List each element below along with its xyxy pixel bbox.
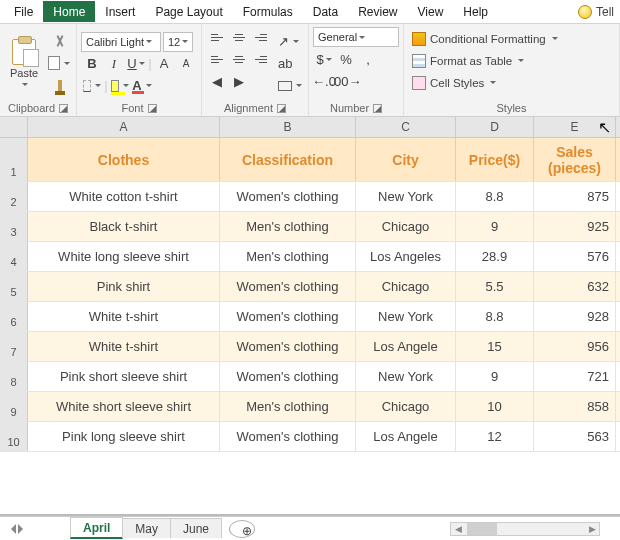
cell[interactable]: 858 bbox=[534, 392, 616, 421]
cell[interactable]: 15 bbox=[456, 332, 534, 361]
orientation-button[interactable]: ↗ bbox=[276, 32, 301, 52]
comma-button[interactable]: , bbox=[357, 49, 379, 69]
cell[interactable]: Men's clothing bbox=[220, 242, 356, 271]
paste-button[interactable]: Paste bbox=[4, 27, 44, 100]
cell[interactable]: Men's clothing bbox=[220, 392, 356, 421]
align-left-button[interactable] bbox=[206, 49, 228, 69]
cell[interactable]: New York bbox=[356, 182, 456, 211]
cell[interactable]: Chicago bbox=[356, 212, 456, 241]
sheet-tab-april[interactable]: April bbox=[70, 517, 123, 539]
col-header-d[interactable]: D bbox=[456, 117, 534, 137]
cell[interactable]: Men's clothing bbox=[220, 212, 356, 241]
shrink-font-button[interactable]: A bbox=[175, 54, 197, 74]
currency-button[interactable]: $ bbox=[313, 49, 335, 69]
row-header[interactable]: 6 bbox=[0, 302, 28, 331]
add-sheet-button[interactable]: ⊕ bbox=[229, 520, 255, 538]
cell-styles-button[interactable]: Cell Styles bbox=[412, 73, 558, 93]
cell[interactable]: 9 bbox=[456, 212, 534, 241]
cell[interactable]: Women's clothing bbox=[220, 182, 356, 211]
row-header[interactable]: 3 bbox=[0, 212, 28, 241]
header-cell[interactable]: Sales (pieces) bbox=[534, 138, 616, 181]
conditional-formatting-button[interactable]: Conditional Formatting bbox=[412, 29, 558, 49]
tell-me[interactable]: Tell bbox=[572, 5, 620, 19]
italic-button[interactable]: I bbox=[103, 54, 125, 74]
cell[interactable]: Women's clothing bbox=[220, 422, 356, 451]
tab-data[interactable]: Data bbox=[303, 1, 348, 22]
percent-button[interactable]: % bbox=[335, 49, 357, 69]
font-size-select[interactable]: 12 bbox=[163, 32, 193, 52]
sheet-tab-june[interactable]: June bbox=[170, 518, 222, 538]
cell[interactable]: 5.5 bbox=[456, 272, 534, 301]
number-format-select[interactable]: General bbox=[313, 27, 399, 47]
row-header[interactable]: 10 bbox=[0, 422, 28, 451]
font-color-button[interactable]: A bbox=[131, 76, 153, 96]
cell[interactable]: 576 bbox=[534, 242, 616, 271]
tab-view[interactable]: View bbox=[408, 1, 454, 22]
tab-file[interactable]: File bbox=[4, 1, 43, 22]
cut-button[interactable] bbox=[50, 32, 70, 52]
row-header[interactable]: 2 bbox=[0, 182, 28, 211]
decrease-indent-button[interactable]: ◀ bbox=[206, 71, 228, 91]
scroll-left-icon[interactable]: ◀ bbox=[451, 523, 465, 535]
tab-review[interactable]: Review bbox=[348, 1, 407, 22]
merge-button[interactable] bbox=[276, 76, 304, 96]
cell[interactable]: 956 bbox=[534, 332, 616, 361]
header-cell[interactable]: Clothes bbox=[28, 138, 220, 181]
cell[interactable]: Chicago bbox=[356, 392, 456, 421]
alignment-launcher-icon[interactable] bbox=[277, 104, 286, 113]
col-header-c[interactable]: C bbox=[356, 117, 456, 137]
cell[interactable]: 721 bbox=[534, 362, 616, 391]
bold-button[interactable]: B bbox=[81, 54, 103, 74]
row-header[interactable]: 5 bbox=[0, 272, 28, 301]
align-top-button[interactable] bbox=[206, 27, 228, 47]
cell[interactable]: White t-shirt bbox=[28, 302, 220, 331]
grow-font-button[interactable]: A bbox=[153, 54, 175, 74]
cell[interactable]: Pink short sleeve shirt bbox=[28, 362, 220, 391]
cell[interactable]: Chicago bbox=[356, 272, 456, 301]
align-middle-button[interactable] bbox=[228, 27, 250, 47]
decrease-decimal-button[interactable]: .00→ bbox=[335, 71, 357, 91]
font-launcher-icon[interactable] bbox=[148, 104, 157, 113]
row-header[interactable]: 9 bbox=[0, 392, 28, 421]
align-bottom-button[interactable] bbox=[250, 27, 272, 47]
header-cell[interactable]: Price($) bbox=[456, 138, 534, 181]
row-header-1[interactable]: 1 bbox=[0, 138, 28, 181]
cell[interactable]: New York bbox=[356, 302, 456, 331]
format-painter-button[interactable] bbox=[50, 76, 70, 96]
cell[interactable]: White t-shirt bbox=[28, 332, 220, 361]
cell[interactable]: New York bbox=[356, 362, 456, 391]
cell[interactable]: Black t-shirt bbox=[28, 212, 220, 241]
cell[interactable]: 9 bbox=[456, 362, 534, 391]
header-cell[interactable]: City bbox=[356, 138, 456, 181]
sheet-nav-prev-icon[interactable] bbox=[6, 524, 16, 534]
cell[interactable]: 10 bbox=[456, 392, 534, 421]
cell[interactable]: Women's clothing bbox=[220, 302, 356, 331]
cell[interactable]: White cotton t-shirt bbox=[28, 182, 220, 211]
scroll-thumb[interactable] bbox=[467, 523, 497, 535]
underline-button[interactable]: U bbox=[125, 54, 147, 74]
font-name-select[interactable]: Calibri Light bbox=[81, 32, 161, 52]
header-cell[interactable]: Classification bbox=[220, 138, 356, 181]
cell[interactable]: Women's clothing bbox=[220, 332, 356, 361]
align-right-button[interactable] bbox=[250, 49, 272, 69]
cell[interactable]: Los Angeles bbox=[356, 242, 456, 271]
wrap-text-button[interactable]: ab bbox=[276, 54, 294, 74]
align-center-button[interactable] bbox=[228, 49, 250, 69]
sheet-nav-next-icon[interactable] bbox=[18, 524, 28, 534]
cell[interactable]: Pink long sleeve shirt bbox=[28, 422, 220, 451]
row-header[interactable]: 4 bbox=[0, 242, 28, 271]
row-header[interactable]: 7 bbox=[0, 332, 28, 361]
clipboard-launcher-icon[interactable] bbox=[59, 104, 68, 113]
tab-formulas[interactable]: Formulas bbox=[233, 1, 303, 22]
cell[interactable]: 875 bbox=[534, 182, 616, 211]
cell[interactable]: 8.8 bbox=[456, 182, 534, 211]
cell[interactable]: 8.8 bbox=[456, 302, 534, 331]
col-header-b[interactable]: B bbox=[220, 117, 356, 137]
cell[interactable]: Women's clothing bbox=[220, 362, 356, 391]
cell[interactable]: 928 bbox=[534, 302, 616, 331]
format-as-table-button[interactable]: Format as Table bbox=[412, 51, 558, 71]
cell[interactable]: 28.9 bbox=[456, 242, 534, 271]
select-all-corner[interactable] bbox=[0, 117, 28, 137]
copy-button[interactable] bbox=[48, 54, 72, 74]
cell[interactable]: White long sleeve shirt bbox=[28, 242, 220, 271]
